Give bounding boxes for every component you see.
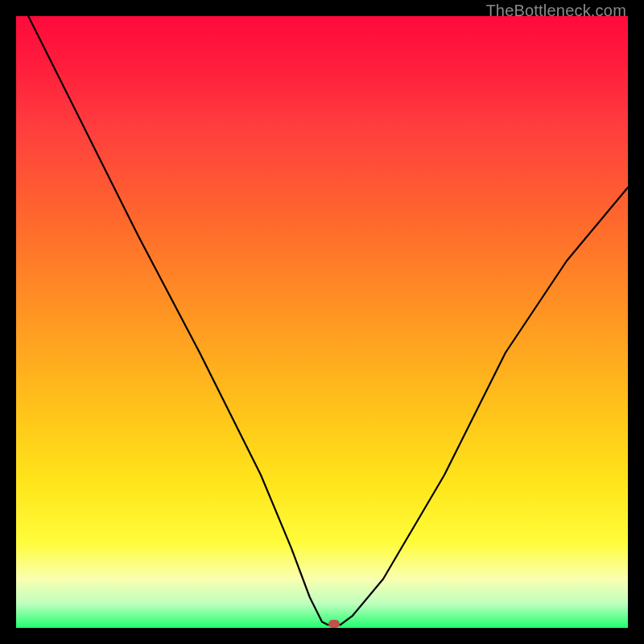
chart-frame: TheBottleneck.com bbox=[0, 0, 644, 644]
plot-area bbox=[16, 16, 628, 628]
bottleneck-curve bbox=[16, 16, 628, 628]
bottleneck-marker bbox=[328, 620, 340, 628]
